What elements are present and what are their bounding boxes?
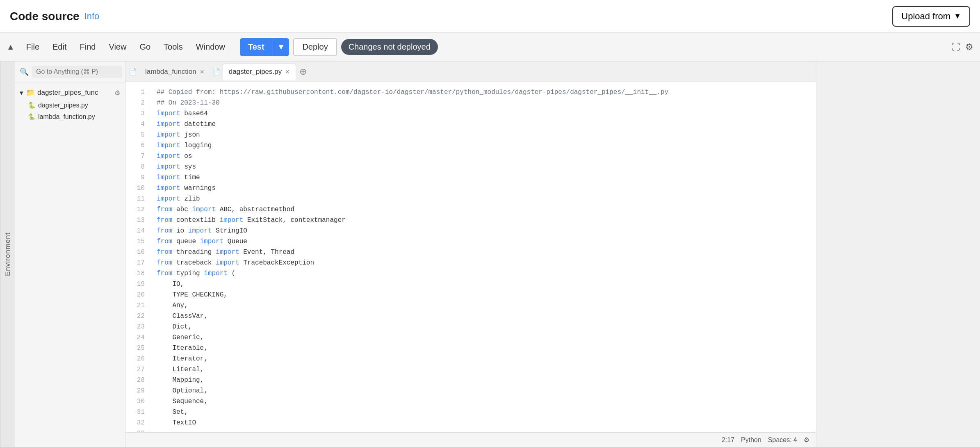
file-name-lambda: lambda_function.py <box>38 113 95 121</box>
file-explorer: 🔍 ▾ 📁 dagster_pipes_func ⚙ 🐍 dagster_pip… <box>15 62 125 447</box>
test-arrow-icon[interactable]: ▼ <box>273 38 289 56</box>
file-icon-tab1: 📄 <box>129 68 137 75</box>
folder-expand-icon: ▾ <box>20 89 23 97</box>
folder-name: dagster_pipes_func <box>37 89 112 97</box>
main-content: Environment 🔍 ▾ 📁 dagster_pipes_func ⚙ 🐍… <box>0 62 980 447</box>
menu-find[interactable]: Find <box>75 40 101 54</box>
search-input[interactable] <box>32 66 122 78</box>
header: Code source Info Upload from ▼ <box>0 0 980 33</box>
editor-tabs: 📄 lambda_function ✕ 📄 dagster_pipes.py ✕… <box>125 62 816 82</box>
search-icon: 🔍 <box>20 67 29 76</box>
right-panel <box>816 62 980 447</box>
menu-edit[interactable]: Edit <box>48 40 71 54</box>
toolbar: ▲ File Edit Find View Go Tools Window Te… <box>0 33 980 62</box>
file-name-dagster-pipes: dagster_pipes.py <box>38 102 88 109</box>
cursor-position: 2:17 <box>722 436 734 444</box>
tab-dagster-pipes[interactable]: dagster_pipes.py ✕ <box>223 63 296 80</box>
code-editor[interactable]: 1234567891011121314151617181920212223242… <box>125 82 816 432</box>
environment-sidebar: Environment <box>0 62 15 447</box>
code-content[interactable]: ## Copied from: https://raw.githubuserco… <box>150 82 816 432</box>
header-left: Code source Info <box>10 10 99 23</box>
file-icon-py-2: 🐍 <box>28 113 36 121</box>
file-tree: ▾ 📁 dagster_pipes_func ⚙ 🐍 dagster_pipes… <box>15 82 125 447</box>
language-indicator: Python <box>741 436 761 444</box>
file-row-dagster-pipes[interactable]: 🐍 dagster_pipes.py <box>15 100 125 111</box>
file-row-lambda[interactable]: 🐍 lambda_function.py <box>15 111 125 123</box>
test-button[interactable]: Test ▼ <box>240 38 289 56</box>
menu-go[interactable]: Go <box>134 40 155 54</box>
page-title: Code source <box>10 10 80 23</box>
status-settings-icon[interactable]: ⚙ <box>804 436 809 444</box>
line-numbers: 1234567891011121314151617181920212223242… <box>125 82 150 432</box>
deploy-button[interactable]: Deploy <box>293 38 337 56</box>
file-icon-py: 🐍 <box>28 102 36 109</box>
changes-not-deployed-badge: Changes not deployed <box>341 39 438 55</box>
tab-close-lambda[interactable]: ✕ <box>200 68 205 75</box>
search-bar: 🔍 <box>15 62 125 82</box>
folder-settings-icon[interactable]: ⚙ <box>114 89 120 97</box>
toolbar-right: ⛶ ⚙ <box>951 42 973 52</box>
menu-file[interactable]: File <box>21 40 44 54</box>
tab-label-lambda: lambda_function <box>145 68 196 76</box>
info-link[interactable]: Info <box>84 11 100 22</box>
add-tab-button[interactable]: ⊕ <box>296 66 310 77</box>
menu-window[interactable]: Window <box>191 40 230 54</box>
folder-icon: 📁 <box>26 88 35 97</box>
menu-tools[interactable]: Tools <box>159 40 188 54</box>
folder-row[interactable]: ▾ 📁 dagster_pipes_func ⚙ <box>15 86 125 100</box>
upload-from-button[interactable]: Upload from ▼ <box>892 6 970 27</box>
tab-close-dagster[interactable]: ✕ <box>285 68 290 75</box>
file-icon-tab2: 📄 <box>212 68 220 75</box>
tab-lambda-function[interactable]: lambda_function ✕ <box>139 63 210 80</box>
environment-label: Environment <box>4 233 12 276</box>
spaces-indicator: Spaces: 4 <box>768 436 797 444</box>
settings-button[interactable]: ⚙ <box>965 42 973 52</box>
fullscreen-button[interactable]: ⛶ <box>951 42 960 52</box>
status-bar: 2:17 Python Spaces: 4 ⚙ <box>125 432 816 447</box>
menu-view[interactable]: View <box>104 40 131 54</box>
editor-area: 📄 lambda_function ✕ 📄 dagster_pipes.py ✕… <box>125 62 816 447</box>
tab-label-dagster: dagster_pipes.py <box>229 68 282 76</box>
upload-chevron-icon: ▼ <box>954 12 961 21</box>
collapse-button[interactable]: ▲ <box>7 42 15 52</box>
